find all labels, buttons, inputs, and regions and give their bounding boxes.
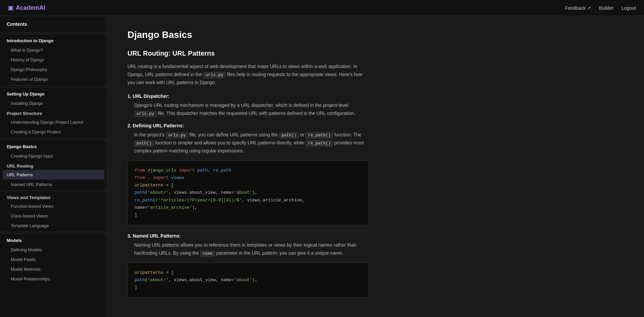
sidebar-item-creating-project[interactable]: Creating a Django Project	[0, 127, 107, 137]
sidebar-subsection-url-routing[interactable]: URL Routing	[0, 161, 107, 170]
sidebar-header: Contents	[0, 16, 107, 33]
sidebar-section-intro: Introduction to Django	[0, 34, 107, 45]
item2-post1: function is simpler and allows you to sp…	[154, 140, 306, 145]
logout-link[interactable]: Logout	[622, 5, 636, 11]
sidebar-subsection-project-structure: Project Structure	[0, 108, 107, 117]
item2-code2: path()	[279, 132, 299, 138]
code-block-1: from django.urls import path, re_pathfro…	[127, 161, 369, 225]
item2-mid3: function. The	[333, 132, 362, 137]
topnav: ▣ AcademAI Feedback ↗ Builder Logout	[0, 0, 644, 16]
feedback-link[interactable]: Feedback ↗	[565, 5, 591, 11]
item1-code: urls.py	[134, 111, 157, 117]
item3-num: 3.	[127, 233, 131, 239]
section-title: URL Routing: URL Patterns	[127, 50, 624, 57]
sidebar-item-history[interactable]: History of Django	[0, 55, 107, 65]
item2-code5: re_path()	[306, 140, 333, 146]
sidebar-item-model-fields[interactable]: Model Fields	[0, 255, 107, 264]
item1-num: 1.	[127, 93, 131, 99]
sidebar-item-creating-apps[interactable]: Creating Django Apps	[0, 151, 107, 161]
sidebar: Contents Introduction to Django What is …	[0, 16, 107, 317]
topnav-actions: Feedback ↗ Builder Logout	[565, 5, 636, 11]
item2-body: In the project's urls.py file, you can d…	[127, 131, 369, 155]
sidebar-item-model-methods[interactable]: Model Methods	[0, 264, 107, 274]
sidebar-item-philosophy[interactable]: Django Philosophy	[0, 65, 107, 74]
numbered-item-1: 1. URL Dispatcher: Django's URL routing …	[127, 93, 369, 118]
item2-code1: urls.py	[166, 132, 189, 138]
sidebar-item-features[interactable]: Features of Django	[0, 74, 107, 84]
intro-paragraph: URL routing is a fundamental aspect of w…	[127, 63, 369, 87]
sidebar-item-what-is-django[interactable]: What is Django?	[0, 45, 107, 55]
logo[interactable]: ▣ AcademAI	[8, 4, 45, 11]
item1-body: Django's URL routing mechanism is manage…	[127, 102, 369, 118]
logo-icon: ▣	[8, 5, 13, 11]
item2-mid1: file, you can define URL patterns using …	[188, 132, 279, 137]
item1-title: 1. URL Dispatcher:	[127, 93, 369, 99]
sidebar-item-named-url-patterns[interactable]: Named URL Patterns	[0, 180, 107, 189]
item2-label: Defining URL Patterns:	[133, 123, 184, 128]
item2-num: 2.	[127, 123, 131, 128]
sidebar-section-setup: Setting Up Django	[0, 87, 107, 99]
item1-body-post: file. This dispatcher matches the reques…	[157, 111, 355, 116]
sidebar-item-model-relationships[interactable]: Model Relationships	[0, 274, 107, 284]
item2-code4: path()	[134, 140, 154, 146]
item2-code3: re_path()	[306, 132, 333, 138]
sidebar-item-class-views[interactable]: Class-based Views	[0, 211, 107, 221]
item3-body: Naming URL patterns allows you to refere…	[127, 241, 369, 257]
builder-link[interactable]: Builder	[599, 5, 614, 11]
numbered-item-3: 3. Named URL Patterns: Naming URL patter…	[127, 233, 369, 257]
item2-mid2: or	[299, 132, 306, 137]
sidebar-item-installing[interactable]: Installing Django	[0, 99, 107, 108]
sidebar-section-models: Models	[0, 234, 107, 245]
intro-code1: urls.py	[203, 72, 226, 78]
item3-code: name	[200, 251, 215, 257]
sidebar-item-function-views[interactable]: Function-based Views	[0, 201, 107, 211]
sidebar-item-understanding-layout[interactable]: Understanding Django Project Layout	[0, 117, 107, 127]
sidebar-item-template-language[interactable]: Template Language	[0, 221, 107, 231]
sidebar-subsection-views-templates: Views and Templates	[0, 192, 107, 201]
item2-body-pre: In the project's	[134, 132, 166, 137]
item2-title: 2. Defining URL Patterns:	[127, 123, 369, 128]
main-layout: Contents Introduction to Django What is …	[0, 16, 644, 317]
sidebar-section-django-basics: Django Basics	[0, 140, 107, 151]
numbered-item-2: 2. Defining URL Patterns: In the project…	[127, 123, 369, 155]
code-block-2: urlpatterns = [ path('about/', views.abo…	[127, 263, 369, 298]
content-area: Django Basics URL Routing: URL Patterns …	[107, 16, 644, 317]
item1-body-pre: Django's URL routing mechanism is manage…	[134, 103, 348, 108]
logo-text: AcademAI	[16, 4, 45, 11]
sidebar-item-url-patterns[interactable]: URL Patterns	[3, 170, 104, 180]
item3-title: 3. Named URL Patterns:	[127, 233, 369, 239]
item3-body-post: parameter in the URL pattern, you can gi…	[215, 250, 343, 256]
page-title: Django Basics	[127, 29, 624, 40]
item1-label: URL Dispatcher:	[133, 93, 169, 99]
item3-label: Named URL Patterns:	[133, 233, 181, 239]
sidebar-item-defining-models[interactable]: Defining Models	[0, 245, 107, 255]
